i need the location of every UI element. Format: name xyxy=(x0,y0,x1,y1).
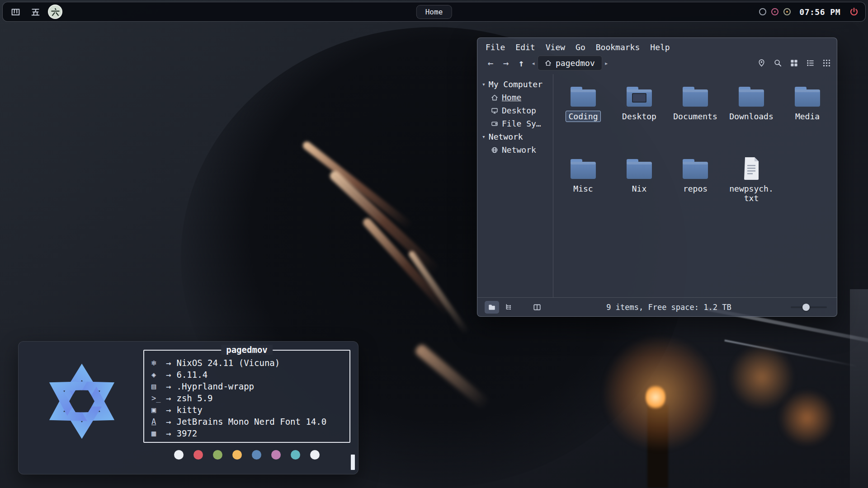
desktop-folder-icon xyxy=(625,84,654,108)
path-scroll-left-icon[interactable]: ◂ xyxy=(529,59,538,67)
wallpaper-candle-flame xyxy=(646,384,665,410)
palette-dot-5 xyxy=(271,450,281,460)
file-manager-body: ▾ My Computer Home Desktop File Sy… ▾ Ne… xyxy=(477,74,837,297)
menu-help[interactable]: Help xyxy=(650,42,670,52)
palette-dot-2 xyxy=(213,450,222,460)
file-item-documents[interactable]: Documents xyxy=(667,80,723,153)
workspace-4[interactable] xyxy=(8,5,23,19)
terminal-color-palette xyxy=(143,450,350,460)
tray-icon-1[interactable] xyxy=(759,8,766,15)
home-icon xyxy=(545,60,552,66)
list-view-icon[interactable] xyxy=(805,58,815,68)
menu-bar: File Edit View Go Bookmarks Help xyxy=(477,38,837,54)
sidebar-section-label: Network xyxy=(489,132,523,141)
palette-dot-3 xyxy=(232,450,242,460)
terminal-fetch-window: pagedmov ❄ → NixOS 24.11 (Vicuna) ◈ → 6.… xyxy=(18,341,359,474)
folder-icon xyxy=(569,156,598,181)
arrow-icon: → xyxy=(166,358,171,368)
globe-icon xyxy=(491,146,498,154)
terminal-value: kitty xyxy=(176,405,202,415)
workspace-6-active[interactable] xyxy=(48,5,62,19)
show-places-button[interactable] xyxy=(485,301,499,314)
show-tree-button[interactable] xyxy=(502,301,516,314)
file-item-misc[interactable]: Misc xyxy=(555,153,611,225)
power-button[interactable] xyxy=(848,6,860,18)
kernel-icon: ◈ xyxy=(151,370,165,379)
file-item-newpsych-txt[interactable]: newpsych.txt xyxy=(723,153,779,225)
icon-view-icon[interactable] xyxy=(789,58,799,68)
location-pin-icon[interactable] xyxy=(756,58,766,68)
back-button[interactable]: ← xyxy=(483,58,498,69)
disk-icon xyxy=(491,120,498,127)
folder-icon xyxy=(737,84,766,108)
menu-file[interactable]: File xyxy=(486,42,505,52)
search-icon[interactable] xyxy=(773,58,783,68)
workspace-6-glyph xyxy=(51,7,60,17)
menu-bookmarks[interactable]: Bookmarks xyxy=(596,42,640,52)
status-bar: 9 items, Free space: 1.2 TB xyxy=(477,297,837,316)
file-icon-view: Coding Desktop Documents Downloads Media… xyxy=(553,74,837,297)
workspace-5[interactable] xyxy=(28,5,42,19)
tray-icon-3[interactable] xyxy=(783,8,791,15)
menu-edit[interactable]: Edit xyxy=(515,42,535,52)
zoom-slider-handle[interactable] xyxy=(802,304,810,311)
zoom-slider[interactable] xyxy=(791,303,827,311)
expander-icon[interactable]: ▾ xyxy=(482,81,486,88)
menu-go[interactable]: Go xyxy=(576,42,585,52)
fetch-line-shell: >_ → zsh 5.9 xyxy=(151,392,342,404)
file-item-repos[interactable]: repos xyxy=(667,153,723,225)
arrow-icon: → xyxy=(166,393,171,403)
top-bar: Home 07:56 PM xyxy=(2,2,866,22)
packages-value: 3972 xyxy=(176,428,197,438)
terminal-cursor[interactable] xyxy=(351,455,355,470)
file-item-coding[interactable]: Coding xyxy=(555,80,611,153)
fetch-info-box: pagedmov ❄ → NixOS 24.11 (Vicuna) ◈ → 6.… xyxy=(143,350,350,443)
arrow-icon: → xyxy=(166,428,171,438)
top-bar-right: 07:56 PM xyxy=(759,6,860,18)
nixos-logo xyxy=(38,357,126,446)
sidebar-section-network[interactable]: ▾ Network xyxy=(482,130,553,143)
workspace-switcher xyxy=(8,5,62,19)
fetch-line-os: ❄ → NixOS 24.11 (Vicuna) xyxy=(151,357,342,369)
fetch-line-kernel: ◈ → 6.11.4 xyxy=(151,369,342,380)
shell-icon: >_ xyxy=(151,394,165,403)
fetch-line-terminal: ▣ → kitty xyxy=(151,404,342,416)
file-manager-window: File Edit View Go Bookmarks Help ← → ↑ ◂… xyxy=(477,38,837,317)
wallpaper-candle-glow xyxy=(778,389,836,447)
palette-dot-6 xyxy=(291,450,300,460)
path-scroll-right-icon[interactable]: ▸ xyxy=(602,59,611,67)
up-button[interactable]: ↑ xyxy=(514,58,529,69)
expander-icon[interactable]: ▾ xyxy=(482,133,486,140)
file-item-media[interactable]: Media xyxy=(779,80,835,153)
file-item-downloads[interactable]: Downloads xyxy=(723,80,779,153)
active-window-title: Home xyxy=(416,5,452,19)
file-item-desktop[interactable]: Desktop xyxy=(611,80,667,153)
fetch-line-font: A → JetBrains Mono Nerd Font 14.0 xyxy=(151,416,342,427)
tray-icon-2[interactable] xyxy=(771,8,778,15)
menu-view[interactable]: View xyxy=(546,42,565,52)
workspace-5-glyph xyxy=(31,7,40,17)
toolbar-right xyxy=(756,58,831,68)
wm-icon: ▤ xyxy=(151,382,165,391)
sidebar-item-network[interactable]: Network xyxy=(482,143,553,156)
kernel-value: 6.11.4 xyxy=(176,370,208,380)
fetch-line-wm: ▤ → .Hyprland-wrapp xyxy=(151,380,342,392)
terminal-icon: ▣ xyxy=(151,405,165,414)
font-icon: A xyxy=(151,417,165,426)
sidebar-section-computer[interactable]: ▾ My Computer xyxy=(482,78,553,91)
packages-icon: ▦ xyxy=(151,429,165,438)
path-segment-home[interactable]: pagedmov xyxy=(538,56,602,70)
path-segment-label: pagedmov xyxy=(556,58,595,68)
workspace-4-glyph xyxy=(11,7,20,17)
folder-icon xyxy=(625,156,654,181)
file-item-nix[interactable]: Nix xyxy=(611,153,667,225)
sidebar-item-filesystem[interactable]: File Sy… xyxy=(482,117,553,130)
sidebar-item-desktop[interactable]: Desktop xyxy=(482,104,553,117)
font-value: JetBrains Mono Nerd Font 14.0 xyxy=(176,417,326,427)
split-view-button[interactable] xyxy=(530,301,544,314)
home-icon xyxy=(491,94,498,101)
sidebar-item-home[interactable]: Home xyxy=(482,91,553,104)
wm-value: .Hyprland-wrapp xyxy=(176,381,254,391)
compact-view-icon[interactable] xyxy=(821,58,831,68)
forward-button[interactable]: → xyxy=(498,58,514,69)
